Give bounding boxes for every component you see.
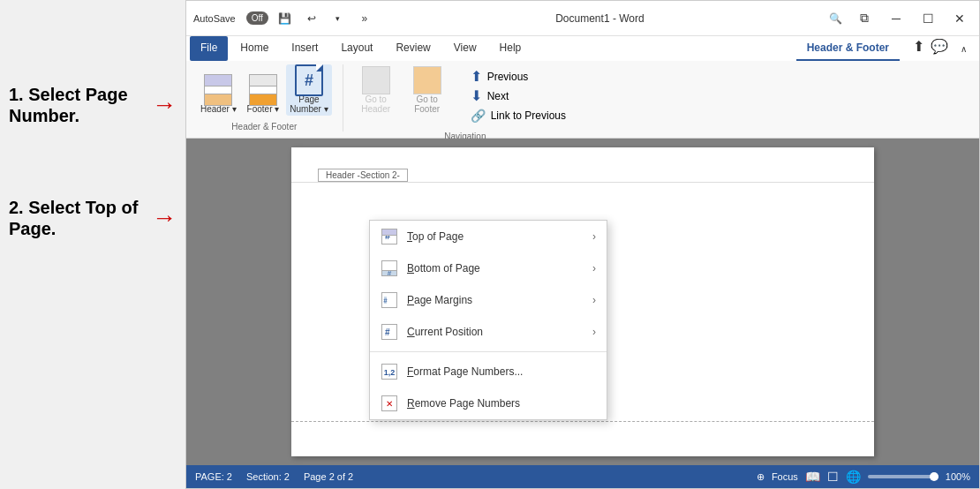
page-margins-arrow-icon: › [592,294,596,306]
word-window: AutoSave Off 💾 ↩ ▾ » Document1 - Word 🔍 … [185,0,980,489]
tab-insert[interactable]: Insert [281,36,328,61]
header-section-label: Header -Section 2- [318,169,408,182]
menu-item-bottom-of-page[interactable]: # Bottom of Page › [370,252,607,284]
instruction-step2: 2. Select Top of Page. → [9,197,177,239]
hf-buttons: Header ▾ Footer ▾ # PageNumber ▾ [197,64,332,116]
next-label: Next [487,90,509,102]
goto-footer-label: Go toFooter [414,94,440,114]
focus-label[interactable]: Focus [772,471,798,482]
focus-icon[interactable]: ⊕ [757,471,765,483]
zoom-slider[interactable] [868,475,939,478]
tab-layout[interactable]: Layout [330,36,383,61]
menu-item-page-margins[interactable]: # Page Margins › [370,284,607,316]
link-icon: 🔗 [471,109,486,123]
menu-item-format-page-numbers[interactable]: 1,2 Format Page Numbers... [370,356,607,387]
tab-help[interactable]: Help [489,36,532,61]
window-title: Document1 - Word [381,12,818,25]
maximize-button[interactable]: ☐ [916,6,940,31]
read-mode-icon[interactable]: 📖 [805,470,820,484]
current-position-icon: # [381,323,398,341]
zoom-thumb [930,472,939,481]
goto-footer-icon [413,66,441,94]
status-page: PAGE: 2 [195,471,232,482]
previous-arrow-icon: ⬆ [471,70,482,84]
goto-footer-button[interactable]: Go toFooter [405,64,449,116]
ribbon-collapse-button[interactable]: ∧ [951,36,976,61]
goto-header-button[interactable]: Go toHeader [354,64,398,116]
restore-button[interactable]: ⧉ [852,6,877,31]
navigation-group: Go toHeader Go toFooter ⬆ Previous ⬇ [351,64,587,132]
undo-icon[interactable]: ↩ [302,9,321,28]
undo-dropdown-icon[interactable]: ▾ [328,9,348,28]
redo-icon[interactable]: » [355,9,374,28]
minimize-button[interactable]: ─ [884,6,908,31]
link-to-previous-label: Link to Previous [491,109,566,122]
next-arrow-icon: ⬇ [471,89,482,103]
step1-text: 1. Select Page Number. [9,84,145,126]
current-position-arrow-icon: › [592,326,596,338]
status-bar: PAGE: 2 Section: 2 Page 2 of 2 ⊕ Focus 📖… [186,465,979,488]
page-number-icon: # [295,66,323,94]
bottom-of-page-label: Bottom of Page [407,262,584,275]
menu-item-remove-page-numbers[interactable]: ✕ Remove Page Numbers [370,387,607,419]
format-page-numbers-label: Format Page Numbers... [407,365,596,378]
bottom-of-page-arrow-icon: › [592,262,596,275]
top-of-page-label: Top of Page [407,230,584,243]
hf-group-label: Header & Footer [231,122,297,132]
status-pages: Page 2 of 2 [304,471,353,482]
comment-icon[interactable]: 💬 [930,36,949,56]
current-position-label: Current Position [407,326,584,338]
save-icon[interactable]: 💾 [275,9,295,28]
goto-header-icon [362,66,390,94]
instructions-panel: 1. Select Page Number. → 2. Select Top o… [0,84,185,255]
footer-icon [249,76,277,104]
page-margins-label: Page Margins [407,294,584,306]
nav-content: Go toHeader Go toFooter ⬆ Previous ⬇ [354,64,577,128]
search-icon[interactable]: 🔍 [825,9,845,28]
page-number-button[interactable]: # PageNumber ▾ [286,64,331,116]
step1-arrow: → [152,91,177,119]
footer-section [291,421,874,456]
zoom-level[interactable]: 100% [946,471,970,482]
close-button[interactable]: ✕ [947,6,972,31]
header-button[interactable]: Header ▾ [197,74,240,116]
tab-view[interactable]: View [443,36,487,61]
page-number-dropdown: # Top of Page › # Bottom of Page › # P [369,220,607,420]
status-right: ⊕ Focus 📖 ☐ 🌐 100% [757,470,970,484]
menu-item-current-position[interactable]: # Current Position › [370,316,607,348]
bottom-of-page-icon: # [381,260,398,277]
remove-page-numbers-label: Remove Page Numbers [407,397,596,410]
share-icon[interactable]: ⬆ [908,36,928,56]
menu-item-top-of-page[interactable]: # Top of Page › [370,221,607,252]
top-of-page-icon: # [381,228,398,245]
autosave-toggle[interactable]: Off [246,11,268,25]
print-layout-icon[interactable]: ☐ [827,470,839,484]
tab-home[interactable]: Home [230,36,279,61]
tab-header-footer[interactable]: Header & Footer [796,36,900,61]
remove-page-numbers-icon: ✕ [381,395,398,412]
web-layout-icon[interactable]: 🌐 [846,470,861,484]
goto-header-label: Go toHeader [361,94,390,114]
status-section: Section: 2 [246,471,290,482]
tab-file[interactable]: File [190,36,228,61]
title-bar: AutoSave Off 💾 ↩ ▾ » Document1 - Word 🔍 … [186,1,979,36]
header-icon [204,76,232,104]
tab-review[interactable]: Review [385,36,441,61]
link-to-previous-button[interactable]: 🔗 Link to Previous [467,107,569,124]
step2-arrow: → [152,204,177,232]
previous-label: Previous [487,71,529,83]
autosave-label: AutoSave [193,13,236,24]
format-page-numbers-icon: 1,2 [381,363,398,380]
ribbon-content: Header ▾ Footer ▾ # PageNumber ▾ He [186,61,979,139]
instruction-step1: 1. Select Page Number. → [9,84,177,126]
header-footer-group: Header ▾ Footer ▾ # PageNumber ▾ He [193,64,343,132]
next-button[interactable]: ⬇ Next [467,87,569,105]
page-number-label: PageNumber ▾ [290,94,328,114]
page-margins-icon: # [381,291,398,309]
goto-buttons: Go toHeader Go toFooter [354,64,449,116]
previous-button[interactable]: ⬆ Previous [467,68,569,86]
menu-separator-1 [370,351,607,352]
step2-text: 2. Select Top of Page. [9,197,145,239]
top-of-page-arrow-icon: › [592,230,596,243]
footer-button[interactable]: Footer ▾ [244,74,283,116]
